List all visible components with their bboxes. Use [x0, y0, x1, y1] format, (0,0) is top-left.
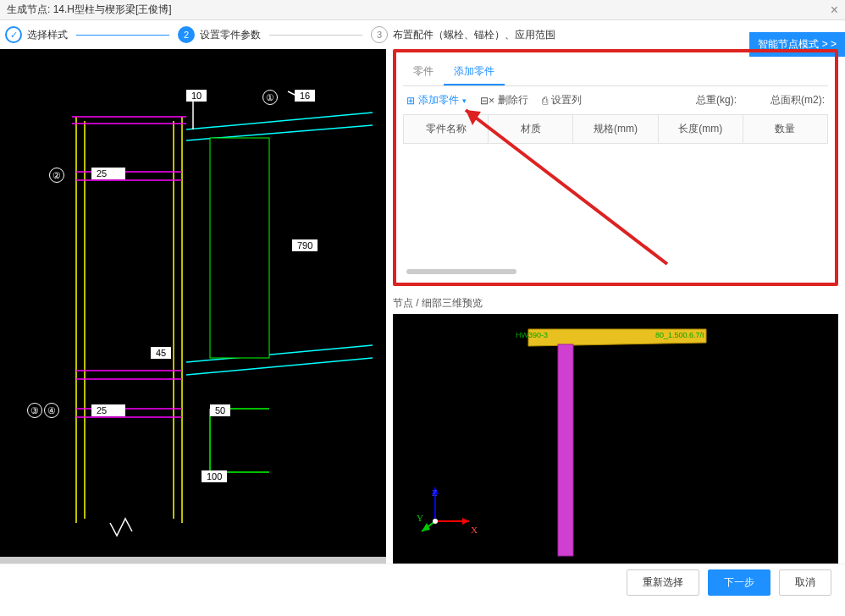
dropdown-icon: ▾ [462, 96, 467, 105]
cad-viewport[interactable]: ① ② ③ ④ 10 16 25 25 790 45 50 100 [0, 49, 386, 564]
stats: 总重(kg): 总面积(m2): [696, 93, 825, 107]
right-panel: 零件 添加零件 ⊞ 添加零件 ▾ ⊟× 删除行 ⎙ 设置列 总重(kg [386, 49, 845, 564]
delete-icon: ⊟× [480, 95, 494, 107]
dim-45: 45 [151, 347, 171, 359]
col-spec[interactable]: 规格(mm) [573, 115, 658, 143]
callout-2: ② [49, 168, 64, 183]
footer-buttons: 重新选择 下一步 取消 [0, 564, 845, 601]
set-columns-label: 设置列 [551, 93, 582, 107]
step-3[interactable]: 3 布置配件（螺栓、锚栓）、应用范围 [371, 26, 555, 43]
svg-rect-6 [210, 138, 269, 358]
delete-row-label: 删除行 [498, 93, 528, 107]
add-part-button[interactable]: ⊞ 添加零件 ▾ [406, 93, 467, 107]
check-icon: ✓ [5, 26, 22, 43]
svg-rect-31 [558, 344, 573, 556]
axis-z-label: Z [432, 487, 438, 498]
dim-790: 790 [292, 239, 318, 251]
col-part-name[interactable]: 零件名称 [404, 115, 489, 143]
step-3-circle: 3 [371, 26, 388, 43]
axis-y-label: Y [417, 513, 423, 523]
dim-50: 50 [210, 404, 230, 416]
step-connector [269, 35, 362, 36]
parts-panel: 零件 添加零件 ⊞ 添加零件 ▾ ⊟× 删除行 ⎙ 设置列 总重(kg [393, 49, 838, 286]
next-button[interactable]: 下一步 [708, 569, 770, 596]
callout-1: ① [262, 90, 278, 105]
parts-table-header: 零件名称 材质 规格(mm) 长度(mm) 数量 [403, 114, 828, 144]
cancel-button[interactable]: 取消 [779, 569, 831, 596]
step-1[interactable]: ✓ 选择样式 [5, 26, 68, 43]
wizard-stepper: ✓ 选择样式 2 设置零件参数 3 布置配件（螺栓、锚栓）、应用范围 [0, 20, 845, 49]
step-connector [76, 35, 169, 36]
total-area-label: 总面积(m2): [770, 93, 825, 107]
reselect-button[interactable]: 重新选择 [627, 569, 699, 596]
axis-x-label: X [471, 525, 478, 535]
dim-16: 16 [295, 90, 315, 102]
axis-gizmo [418, 479, 478, 538]
window-title: 生成节点: 14.H型柱与楔形梁[王俊博] [7, 3, 172, 17]
columns-icon: ⎙ [542, 95, 548, 107]
window-titlebar: 生成节点: 14.H型柱与楔形梁[王俊博] × [0, 0, 845, 20]
main-area: ① ② ③ ④ 10 16 25 25 790 45 50 100 零件 添加零… [0, 49, 845, 564]
dim-100: 100 [202, 470, 227, 482]
step-2[interactable]: 2 设置零件参数 [178, 26, 261, 43]
callout-3: ③ [27, 403, 42, 418]
callout-4: ④ [44, 403, 59, 418]
parts-tabs: 零件 添加零件 [403, 59, 828, 86]
beam-label-right: 80_1.500.6.7/I [655, 331, 704, 339]
preview-title: 节点 / 细部三维预览 [393, 296, 838, 311]
step-3-label: 布置配件（螺栓、锚栓）、应用范围 [393, 28, 555, 42]
step-2-label: 设置零件参数 [200, 28, 261, 42]
total-weight-label: 总重(kg): [696, 93, 737, 107]
dim-25b: 25 [91, 404, 125, 416]
close-icon[interactable]: × [831, 3, 838, 18]
parts-toolbar: ⊞ 添加零件 ▾ ⊟× 删除行 ⎙ 设置列 总重(kg): 总面积(m2): [403, 86, 828, 114]
step-2-circle: 2 [178, 26, 195, 43]
horizontal-scrollbar[interactable] [406, 269, 516, 274]
step-1-label: 选择样式 [27, 28, 68, 42]
preview-3d-viewport[interactable]: HW390-3 80_1.500.6.7/I Z Y X [393, 314, 838, 564]
tab-parts[interactable]: 零件 [403, 59, 444, 85]
dim-25a: 25 [91, 168, 125, 179]
delete-row-button[interactable]: ⊟× 删除行 [480, 93, 528, 107]
set-columns-button[interactable]: ⎙ 设置列 [542, 93, 582, 107]
tab-add-part[interactable]: 添加零件 [444, 59, 505, 85]
cad-drawing [0, 49, 386, 557]
dim-10: 10 [186, 90, 207, 102]
add-icon: ⊞ [406, 95, 415, 107]
col-length[interactable]: 长度(mm) [659, 115, 743, 143]
beam-label-left: HW390-3 [516, 331, 548, 339]
svg-point-38 [433, 519, 438, 524]
add-part-label: 添加零件 [418, 93, 459, 107]
col-material[interactable]: 材质 [489, 115, 573, 143]
col-qty[interactable]: 数量 [743, 115, 827, 143]
svg-marker-37 [422, 523, 430, 531]
svg-marker-35 [462, 518, 469, 525]
